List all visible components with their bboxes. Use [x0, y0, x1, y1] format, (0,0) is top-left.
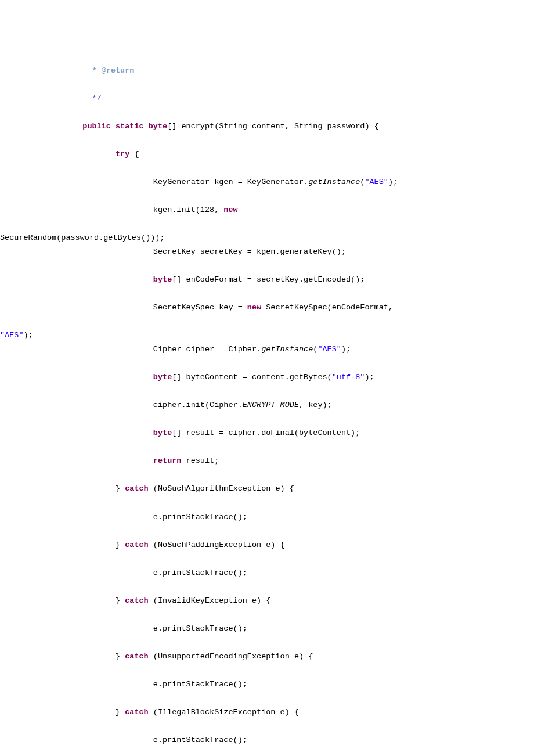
brace: { [129, 150, 139, 159]
stmt: SecureRandom(password.getBytes())); [0, 233, 165, 242]
byte-keyword: byte [153, 429, 172, 437]
stmt: kgen.init(128, [153, 206, 224, 214]
stmt: KeyGenerator kgen = KeyGenerator. [153, 178, 308, 186]
code-page: * @return */ public static byte[] encryp… [0, 0, 534, 756]
code-block: * @return */ public static byte[] encryp… [0, 64, 534, 231]
stmt: result; [181, 456, 219, 465]
code-line: return result; [68, 454, 534, 468]
code-line: e.printStackTrace(); [68, 733, 534, 747]
stmt: [] enCodeFormat = secretKey.getEncoded()… [172, 275, 365, 284]
stmt-end: , key); [299, 401, 332, 409]
wrapped-line: SecureRandom(password.getBytes())); [68, 231, 534, 245]
stmt: e.printStackTrace(); [153, 736, 247, 744]
brace: } [116, 596, 125, 605]
byte-keyword: byte [153, 275, 172, 284]
code-line: Cipher cipher = Cipher.getInstance("AES"… [68, 343, 534, 357]
code-line: e.printStackTrace(); [68, 510, 534, 524]
stmt: Cipher cipher = Cipher. [153, 345, 261, 354]
catch-clause: (UnsupportedEncodingException e) { [149, 652, 313, 661]
brace: } [116, 541, 125, 549]
catch-keyword: catch [125, 652, 149, 661]
code-line: */ [68, 92, 534, 106]
new-keyword: new [223, 206, 237, 214]
code-line: } catch (InvalidKeyException e) { [68, 594, 534, 608]
code-line: try { [68, 147, 534, 161]
stmt: e.printStackTrace(); [153, 680, 247, 689]
catch-clause: (InvalidKeyException e) { [149, 596, 271, 605]
stmt-end: ); [341, 345, 351, 354]
method-decl: public static byte [82, 122, 167, 131]
stmt: [] byteContent = content.getBytes( [172, 373, 331, 381]
code-line: byte[] enCodeFormat = secretKey.getEncod… [68, 273, 534, 287]
static-call: getInstance [261, 345, 313, 354]
code-line: } catch (NoSuchAlgorithmException e) { [68, 482, 534, 496]
brace: } [116, 708, 125, 717]
try-keyword: try [116, 150, 129, 159]
code-line: KeyGenerator kgen = KeyGenerator.getInst… [68, 175, 534, 189]
catch-clause: (NoSuchPaddingException e) { [149, 541, 285, 549]
byte-keyword: byte [153, 373, 172, 381]
catch-keyword: catch [125, 708, 149, 717]
code-line: SecretKeySpec key = new SecretKeySpec(en… [68, 301, 534, 315]
code-line: e.printStackTrace(); [68, 566, 534, 580]
catch-clause: (IllegalBlockSizeException e) { [149, 708, 299, 717]
code-line: * @return [68, 64, 534, 78]
doc-comment: * @return [68, 66, 134, 75]
stmt: e.printStackTrace(); [153, 568, 247, 577]
code-line: cipher.init(Cipher.ENCRYPT_MODE, key); [68, 398, 534, 412]
code-line: } catch (UnsupportedEncodingException e)… [68, 650, 534, 664]
stmt: SecretKeySpec key = [153, 303, 247, 312]
code-line: kgen.init(128, new [68, 203, 534, 217]
stmt-end: ); [365, 373, 374, 381]
catch-keyword: catch [125, 484, 149, 493]
catch-keyword: catch [125, 596, 149, 605]
doc-comment-end: */ [68, 94, 102, 103]
static-field: ENCRYPT_MODE [243, 401, 299, 409]
string-literal: "utf-8" [332, 373, 365, 381]
code-line: } catch (IllegalBlockSizeException e) { [68, 705, 534, 719]
string-literal: "AES" [317, 345, 341, 354]
stmt: e.printStackTrace(); [153, 513, 247, 521]
brace: } [116, 652, 125, 661]
return-tag: * @return [87, 66, 134, 75]
catch-keyword: catch [125, 541, 149, 549]
stmt: [] result = cipher.doFinal(byteContent); [172, 429, 360, 437]
new-keyword: new [247, 303, 261, 312]
stmt: cipher.init(Cipher. [153, 401, 243, 409]
code-line: byte[] result = cipher.doFinal(byteConte… [68, 426, 534, 440]
method-sig: [] encrypt(String content, String passwo… [167, 122, 379, 131]
code-block: Cipher cipher = Cipher.getInstance("AES"… [0, 343, 534, 756]
stmt: SecretKeySpec(enCodeFormat, [261, 303, 398, 312]
stmt-end: ); [24, 331, 33, 340]
code-line: byte[] byteContent = content.getBytes("u… [68, 370, 534, 384]
string-literal: "AES" [0, 331, 24, 340]
brace: } [116, 484, 125, 493]
code-line: e.printStackTrace(); [68, 622, 534, 636]
wrapped-line: "AES"); [68, 329, 534, 343]
return-keyword: return [153, 456, 182, 465]
static-call: getInstance [308, 178, 360, 186]
stmt: SecretKey secretKey = kgen.generateKey()… [153, 247, 346, 256]
stmt: e.printStackTrace(); [153, 624, 247, 633]
code-line: SecretKey secretKey = kgen.generateKey()… [68, 245, 534, 259]
catch-clause: (NoSuchAlgorithmException e) { [149, 484, 294, 493]
code-line: } catch (NoSuchPaddingException e) { [68, 538, 534, 552]
stmt-end: ); [388, 178, 398, 186]
string-literal: "AES" [365, 178, 388, 186]
code-line: e.printStackTrace(); [68, 678, 534, 692]
code-block: SecretKey secretKey = kgen.generateKey()… [0, 245, 534, 329]
code-line: public static byte[] encrypt(String cont… [68, 120, 534, 134]
